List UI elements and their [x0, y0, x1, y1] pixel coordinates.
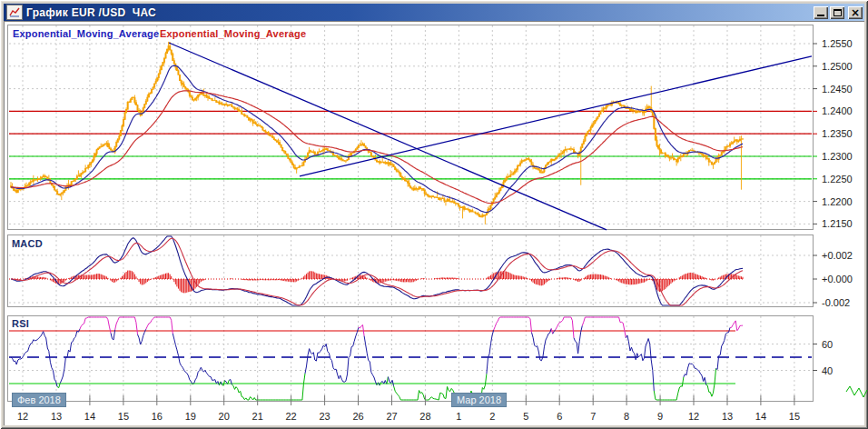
- chart-window-icon: [6, 5, 23, 20]
- window-title: График EUR /USD ЧАС: [26, 6, 812, 19]
- minimize-icon: [817, 15, 824, 16]
- maximize-button[interactable]: [830, 6, 844, 19]
- titlebar[interactable]: График EUR /USD ЧАС ×: [4, 4, 864, 21]
- maximize-icon: [833, 9, 842, 16]
- minimize-button[interactable]: [814, 6, 828, 19]
- chart-client-area: [4, 21, 864, 425]
- close-icon: ×: [851, 7, 860, 18]
- close-button[interactable]: ×: [848, 6, 863, 19]
- chart-window: График EUR /USD ЧАС × 1.25501.25001.2450…: [0, 0, 868, 429]
